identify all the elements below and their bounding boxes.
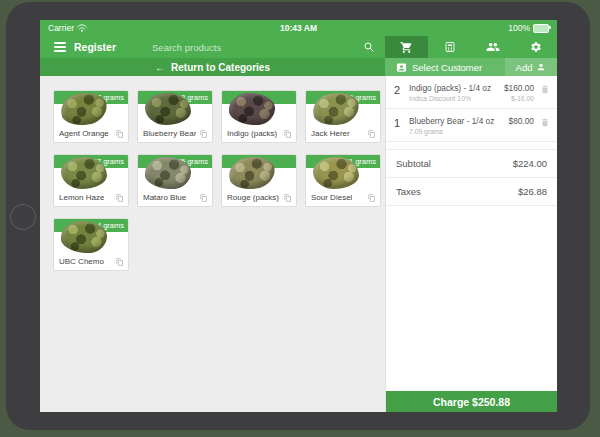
cart-list: 2Indigo (packs) - 1/4 ozIndica Discount …: [386, 76, 557, 142]
cart-item-row: 2Indigo (packs) - 1/4 ozIndica Discount …: [386, 76, 557, 109]
product-card[interactable]: Rouge (packs): [221, 154, 297, 207]
copy-icon[interactable]: [115, 257, 124, 267]
product-card[interactable]: 47 gramsLemon Haze: [53, 154, 129, 207]
add-customer-label: Add: [516, 62, 533, 73]
battery-percent: 100%: [508, 23, 530, 33]
cart-item-note: Indica Discount 10%: [409, 95, 499, 102]
cart-item-qty: 2: [394, 83, 404, 96]
copy-icon[interactable]: [115, 129, 124, 139]
copy-icon[interactable]: [283, 129, 292, 139]
nav-bar: Register: [40, 36, 557, 58]
add-customer-button[interactable]: Add: [505, 58, 557, 76]
select-customer-button[interactable]: Select Customer: [385, 58, 505, 76]
contact-card-icon: [396, 62, 407, 73]
copy-icon[interactable]: [367, 193, 376, 203]
cart-icon: [400, 41, 413, 54]
trash-icon[interactable]: [539, 116, 551, 128]
product-name: Sour Diesel: [311, 193, 352, 202]
cart-summary: Subtotal $224.00 Taxes $26.88: [386, 149, 557, 206]
copy-icon[interactable]: [199, 193, 208, 203]
register-title: Register: [74, 41, 116, 53]
battery-icon: [533, 24, 549, 33]
tab-calculator[interactable]: [428, 36, 471, 58]
product-photo: [313, 157, 359, 189]
gear-icon: [530, 41, 542, 53]
cart-item-note: 7.09 grams: [409, 128, 504, 135]
person-icon: [536, 62, 546, 72]
tab-cart[interactable]: [385, 36, 428, 58]
product-card[interactable]: Indigo (packs): [221, 90, 297, 143]
product-card[interactable]: 35 gramsMataro Blue: [137, 154, 213, 207]
product-card[interactable]: 4 gramsUBC Chemo: [53, 218, 129, 271]
return-to-categories-label: Return to Categories: [171, 62, 270, 73]
cart-panel: 2Indigo (packs) - 1/4 ozIndica Discount …: [385, 76, 557, 412]
product-name: Indigo (packs): [227, 129, 277, 138]
product-photo: [145, 93, 191, 125]
charge-label: Charge $250.88: [433, 396, 510, 408]
cart-item-price: $160.00: [504, 83, 534, 93]
status-bar: Carrier 10:43 AM 100%: [40, 20, 557, 36]
product-card[interactable]: 18 gramsBlueberry Bear: [137, 90, 213, 143]
product-photo: [61, 157, 107, 189]
cart-item-name: Blueberry Bear - 1/4 oz: [409, 116, 504, 126]
product-card[interactable]: 27 gramsAgent Orange: [53, 90, 129, 143]
tab-settings[interactable]: [514, 36, 557, 58]
product-card[interactable]: 69 gramsJack Herer: [305, 90, 381, 143]
copy-icon[interactable]: [283, 193, 292, 203]
home-button[interactable]: [10, 204, 36, 230]
tab-bar: [385, 36, 557, 58]
product-name: Jack Herer: [311, 129, 350, 138]
product-name: UBC Chemo: [59, 257, 104, 266]
cart-item-price: $80.00: [509, 116, 534, 126]
subheader: ← Return to Categories Select Customer A…: [40, 58, 557, 76]
subtotal-value: $224.00: [513, 158, 547, 169]
product-name: Blueberry Bear: [143, 129, 196, 138]
product-card[interactable]: 51 gramsSour Diesel: [305, 154, 381, 207]
app-screen: Carrier 10:43 AM 100% Register: [40, 20, 557, 412]
charge-button[interactable]: Charge $250.88: [386, 391, 557, 412]
return-to-categories-button[interactable]: ← Return to Categories: [40, 58, 385, 76]
subtotal-label: Subtotal: [396, 158, 431, 169]
cart-item-qty: 1: [394, 116, 404, 129]
back-arrow-icon: ←: [155, 62, 165, 73]
cart-item-row: 1Blueberry Bear - 1/4 oz7.09 grams$80.00: [386, 109, 557, 142]
copy-icon[interactable]: [199, 129, 208, 139]
menu-icon[interactable]: [54, 42, 66, 51]
cart-item-name: Indigo (packs) - 1/4 oz: [409, 83, 499, 93]
copy-icon[interactable]: [115, 193, 124, 203]
trash-icon[interactable]: [539, 83, 551, 95]
product-name: Agent Orange: [59, 129, 109, 138]
clock: 10:43 AM: [40, 23, 557, 33]
taxes-value: $26.88: [518, 186, 547, 197]
taxes-label: Taxes: [396, 186, 421, 197]
product-grid: 27 gramsAgent Orange18 gramsBlueberry Be…: [40, 76, 385, 412]
cart-item-discount: $-16.00: [504, 95, 534, 102]
tab-customers[interactable]: [471, 36, 514, 58]
search-input[interactable]: [150, 41, 355, 54]
copy-icon[interactable]: [367, 129, 376, 139]
product-name: Mataro Blue: [143, 193, 186, 202]
calculator-icon: [444, 41, 456, 53]
product-name: Rouge (packs): [227, 193, 279, 202]
people-icon: [486, 40, 500, 54]
select-customer-label: Select Customer: [412, 62, 482, 73]
product-name: Lemon Haze: [59, 193, 104, 202]
search-icon[interactable]: [363, 41, 375, 53]
